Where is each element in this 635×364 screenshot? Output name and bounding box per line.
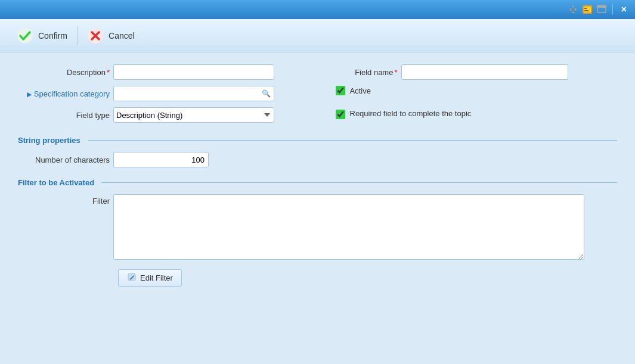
description-required-star: * bbox=[107, 68, 110, 77]
description-label: Description* bbox=[18, 68, 113, 77]
svg-rect-2 bbox=[584, 7, 591, 13]
svg-rect-3 bbox=[584, 8, 587, 9]
filter-section-title: Filter to be Activated bbox=[18, 178, 94, 187]
close-button[interactable]: × bbox=[618, 3, 630, 16]
spec-category-label: ▶Specification category bbox=[18, 89, 113, 98]
toolbar: Confirm Cancel bbox=[0, 19, 635, 52]
filter-textarea[interactable] bbox=[113, 194, 584, 260]
confirm-label: Confirm bbox=[38, 31, 67, 41]
field-name-input[interactable] bbox=[401, 64, 568, 80]
active-checkbox-row: Active bbox=[336, 86, 371, 95]
edit-filter-button[interactable]: Edit Filter bbox=[118, 269, 182, 287]
svg-point-0 bbox=[571, 8, 574, 11]
cancel-label: Cancel bbox=[109, 31, 135, 41]
string-properties-title: String properties bbox=[18, 136, 80, 145]
edit-filter-icon bbox=[127, 272, 137, 284]
field-name-label: Field name* bbox=[336, 68, 401, 77]
field-type-label: Field type bbox=[18, 111, 113, 120]
filter-section-header: Filter to be Activated bbox=[18, 178, 617, 187]
settings-icon[interactable] bbox=[581, 4, 593, 15]
title-bar-separator bbox=[612, 4, 613, 15]
spec-category-search-icon: 🔍 bbox=[262, 89, 271, 98]
spec-category-input[interactable] bbox=[113, 86, 274, 101]
collapse-triangle[interactable]: ▶ bbox=[27, 91, 32, 98]
edit-filter-label: Edit Filter bbox=[140, 273, 173, 282]
title-bar: × bbox=[0, 0, 635, 19]
main-content: Description* Field name* ▶Specification … bbox=[0, 52, 635, 364]
filter-label: Filter bbox=[18, 194, 113, 206]
description-input[interactable] bbox=[113, 64, 274, 80]
active-label[interactable]: Active bbox=[350, 86, 371, 95]
required-field-label[interactable]: Required field to complete the topic bbox=[350, 108, 472, 119]
svg-rect-4 bbox=[584, 10, 588, 11]
svg-rect-6 bbox=[597, 5, 606, 8]
string-properties-divider bbox=[88, 140, 617, 141]
field-type-select[interactable]: Description (String) Number Date Boolean bbox=[113, 107, 274, 123]
confirm-button[interactable]: Confirm bbox=[10, 24, 75, 48]
active-checkbox[interactable] bbox=[336, 86, 345, 95]
spec-category-wrap: 🔍 bbox=[113, 86, 274, 101]
cancel-button[interactable]: Cancel bbox=[80, 24, 142, 48]
num-chars-label: Number of characters bbox=[18, 155, 113, 164]
check-icon bbox=[17, 27, 33, 44]
recycle-icon[interactable] bbox=[567, 4, 579, 15]
required-field-checkbox-row: Required field to complete the topic bbox=[336, 108, 472, 119]
required-field-checkbox[interactable] bbox=[336, 110, 345, 119]
filter-section-divider bbox=[101, 182, 617, 183]
toolbar-divider bbox=[77, 26, 78, 45]
string-properties-section-header: String properties bbox=[18, 136, 617, 145]
num-chars-input[interactable] bbox=[113, 152, 209, 167]
cancel-icon bbox=[87, 27, 104, 44]
window-icon[interactable] bbox=[596, 4, 608, 15]
field-name-required-star: * bbox=[394, 68, 397, 77]
